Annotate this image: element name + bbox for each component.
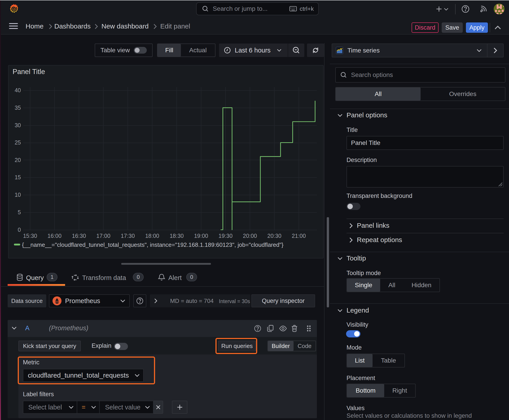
svg-text:10: 10 xyxy=(15,192,21,198)
svg-text:5: 5 xyxy=(18,209,21,215)
svg-text:18:30: 18:30 xyxy=(170,233,184,239)
svg-text:15:30: 15:30 xyxy=(23,233,37,239)
svg-text:19:30: 19:30 xyxy=(219,233,233,239)
svg-text:19:00: 19:00 xyxy=(194,233,208,239)
svg-text:15: 15 xyxy=(15,174,21,180)
svg-text:0: 0 xyxy=(18,227,21,233)
svg-text:40: 40 xyxy=(15,87,21,93)
svg-text:18:00: 18:00 xyxy=(145,233,159,239)
svg-text:{__name__="cloudflared_tunnel_: {__name__="cloudflared_tunnel_total_requ… xyxy=(22,241,283,248)
svg-text:20:00: 20:00 xyxy=(243,233,257,239)
svg-text:35: 35 xyxy=(15,105,21,111)
svg-text:20: 20 xyxy=(15,157,21,163)
svg-text:17:30: 17:30 xyxy=(121,233,135,239)
svg-text:16:30: 16:30 xyxy=(72,233,86,239)
svg-text:25: 25 xyxy=(15,139,21,146)
svg-text:16:00: 16:00 xyxy=(48,233,62,239)
svg-text:17:00: 17:00 xyxy=(96,233,110,239)
svg-text:21:00: 21:00 xyxy=(292,233,306,239)
svg-text:20:30: 20:30 xyxy=(267,233,281,239)
svg-text:30: 30 xyxy=(15,122,21,128)
